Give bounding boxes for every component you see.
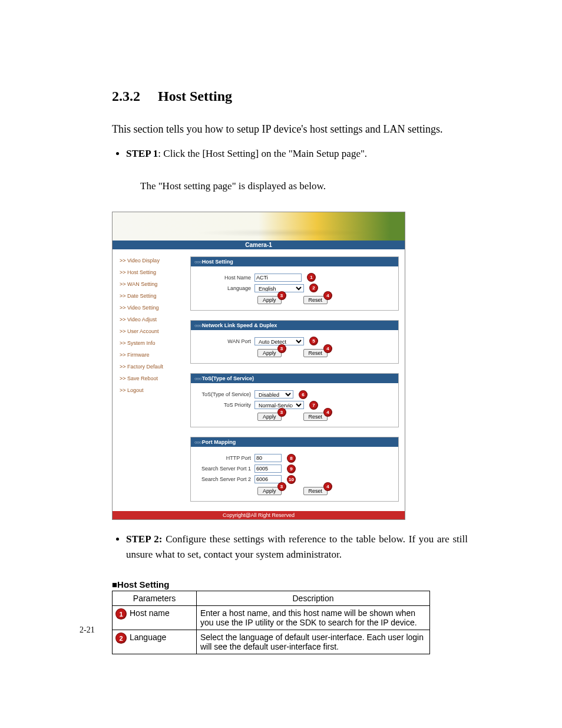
step1-label: STEP 1: [126, 148, 158, 159]
sidebar-item-video-adjust[interactable]: >> Video Adjust: [120, 317, 188, 322]
host-setting-table: Parameters Description 1Host name Enter …: [112, 591, 430, 654]
row-desc-2: Select the language of default user-inte…: [197, 630, 430, 654]
marker-3b: 3: [278, 345, 286, 353]
section-heading: 2.3.2 Host Setting: [112, 88, 468, 104]
port-mapping-header: Port Mapping: [191, 437, 398, 447]
marker-5: 5: [310, 337, 318, 345]
tos-type-select[interactable]: Disabled: [254, 390, 293, 398]
sidebar-item-video-setting[interactable]: >> Video Setting: [120, 305, 188, 311]
apply-button[interactable]: Apply: [257, 487, 282, 495]
network-link-header: Network Link Speed & Duplex: [191, 321, 398, 330]
hostname-input[interactable]: [254, 274, 302, 282]
sidebar-item-wan-setting[interactable]: >> WAN Setting: [120, 281, 188, 287]
http-port-label: HTTP Port: [194, 455, 251, 461]
row-marker-2: 2: [116, 633, 126, 643]
step2-label: STEP 2:: [126, 533, 162, 545]
step-2: STEP 2: Configure these settings with re…: [126, 532, 468, 562]
marker-7: 7: [310, 401, 318, 409]
section-title-text: Host Setting: [158, 88, 232, 104]
copyright-bar: Copyright@All Right Reserved: [113, 511, 405, 519]
row-desc-1: Enter a host name, and this host name wi…: [197, 606, 430, 630]
apply-button[interactable]: Apply: [257, 413, 282, 421]
sidebar-item-user-account[interactable]: >> User Account: [120, 328, 188, 334]
sidebar-item-date-setting[interactable]: >> Date Setting: [120, 293, 188, 299]
row-marker-1: 1: [116, 609, 126, 619]
marker-9: 9: [287, 465, 295, 473]
marker-4d: 4: [324, 483, 332, 490]
sidebar-item-video-display[interactable]: >> Video Display: [120, 258, 188, 263]
marker-3: 3: [278, 292, 286, 299]
network-link-card: Network Link Speed & Duplex WAN Port Aut…: [190, 320, 399, 364]
search2-input[interactable]: [254, 475, 282, 483]
language-label: Language: [194, 285, 251, 291]
tos-priority-select[interactable]: Normal-Service: [254, 401, 304, 409]
step-1: STEP 1: Click the [Host Setting] on the …: [126, 146, 468, 194]
col-description: Description: [197, 591, 430, 606]
sidebar-item-logout[interactable]: >> Logout: [120, 387, 188, 393]
table-row: 2Language Select the language of default…: [113, 630, 430, 654]
section-number: 2.3.2: [112, 88, 140, 104]
row-param-1: Host name: [130, 608, 170, 618]
table-heading: ■Host Setting: [112, 579, 468, 589]
sidebar-item-factory-default[interactable]: >> Factory Default: [120, 364, 188, 370]
language-select[interactable]: English: [254, 284, 304, 292]
tos-type-label: ToS(Type of Service): [194, 391, 251, 397]
marker-4b: 4: [324, 345, 332, 353]
apply-button[interactable]: Apply: [257, 349, 282, 357]
row-param-2: Language: [130, 633, 166, 642]
marker-1: 1: [308, 274, 315, 281]
sidebar-nav: >> Video Display >> Host Setting >> WAN …: [113, 249, 190, 512]
search1-input[interactable]: [254, 465, 282, 473]
host-setting-header: Host Setting: [191, 257, 398, 266]
embedded-screenshot: Camera-1 >> Video Display >> Host Settin…: [112, 212, 405, 521]
banner-image: [113, 212, 405, 241]
tos-header: ToS(Type of Service): [191, 374, 398, 383]
search1-label: Search Server Port 1: [194, 466, 251, 472]
page-number: 2-21: [80, 625, 95, 635]
marker-4: 4: [324, 292, 332, 299]
port-mapping-card: Port Mapping HTTP Port 8 Search Server P…: [190, 437, 399, 502]
search2-label: Search Server Port 2: [194, 476, 251, 482]
sidebar-item-system-info[interactable]: >> System Info: [120, 340, 188, 346]
camera-title-bar: Camera-1: [113, 241, 405, 249]
hostname-label: Host Name: [194, 275, 251, 281]
marker-6: 6: [299, 391, 307, 398]
marker-3d: 3: [278, 483, 286, 490]
sidebar-item-host-setting[interactable]: >> Host Setting: [120, 269, 188, 275]
step2-text: Configure these settings with reference …: [126, 533, 468, 560]
marker-10: 10: [287, 476, 295, 483]
apply-button[interactable]: Apply: [257, 296, 282, 304]
wan-port-label: WAN Port: [194, 338, 251, 344]
sidebar-item-firmware[interactable]: >> Firmware: [120, 352, 188, 358]
marker-3c: 3: [278, 409, 286, 416]
host-setting-card: Host Setting Host Name 1 Language Englis…: [190, 256, 399, 311]
step1-subtext: The "Host setting page" is displayed as …: [126, 179, 468, 194]
intro-paragraph: This section tells you how to setup IP d…: [112, 121, 468, 138]
step1-text: : Click the [Host Setting] on the "Main …: [158, 148, 367, 159]
table-row: 1Host name Enter a host name, and this h…: [113, 606, 430, 630]
wan-port-select[interactable]: Auto Detect: [254, 337, 304, 345]
marker-4c: 4: [324, 409, 332, 416]
sidebar-item-save-reboot[interactable]: >> Save Reboot: [120, 375, 188, 381]
marker-2: 2: [310, 284, 318, 292]
tos-priority-label: ToS Priority: [194, 402, 251, 408]
col-parameters: Parameters: [113, 591, 197, 606]
http-port-input[interactable]: [254, 454, 282, 462]
tos-card: ToS(Type of Service) ToS(Type of Service…: [190, 373, 399, 427]
marker-8: 8: [287, 454, 295, 462]
